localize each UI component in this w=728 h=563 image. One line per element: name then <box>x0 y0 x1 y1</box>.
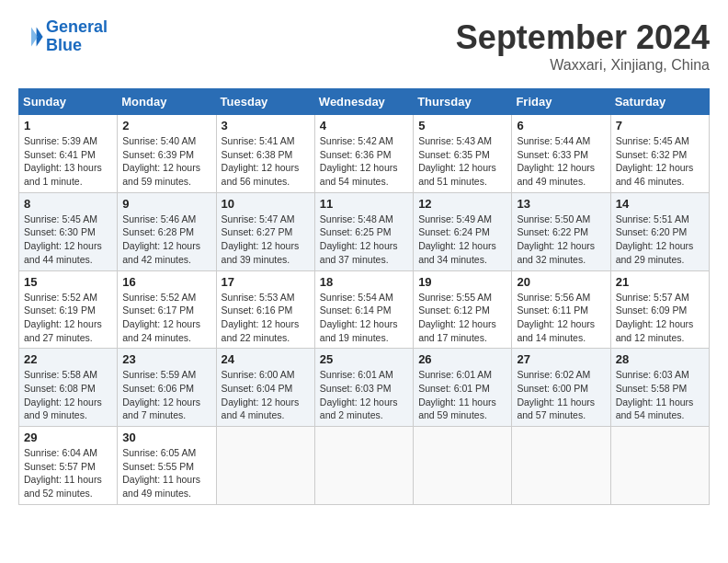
day-info: Sunrise: 5:56 AM Sunset: 6:11 PM Dayligh… <box>517 291 605 345</box>
calendar-cell <box>314 427 413 505</box>
day-info: Sunrise: 6:02 AM Sunset: 6:00 PM Dayligh… <box>517 368 605 422</box>
day-info: Sunrise: 5:59 AM Sunset: 6:06 PM Dayligh… <box>122 368 210 422</box>
calendar-cell <box>414 427 512 505</box>
day-info: Sunrise: 5:39 AM Sunset: 6:41 PM Dayligh… <box>24 134 112 189</box>
calendar-header-row: SundayMondayTuesdayWednesdayThursdayFrid… <box>19 89 710 115</box>
day-header-tuesday: Tuesday <box>216 89 314 115</box>
calendar-cell: 20Sunrise: 5:56 AM Sunset: 6:11 PM Dayli… <box>512 270 610 349</box>
calendar-cell: 26Sunrise: 6:01 AM Sunset: 6:01 PM Dayli… <box>414 349 512 427</box>
calendar-cell: 8Sunrise: 5:45 AM Sunset: 6:30 PM Daylig… <box>19 192 118 270</box>
day-number: 16 <box>122 275 210 289</box>
day-info: Sunrise: 6:01 AM Sunset: 6:03 PM Dayligh… <box>320 368 408 422</box>
calendar-cell: 12Sunrise: 5:49 AM Sunset: 6:24 PM Dayli… <box>414 192 512 270</box>
day-number: 20 <box>517 275 605 289</box>
calendar-cell: 25Sunrise: 6:01 AM Sunset: 6:03 PM Dayli… <box>314 349 413 427</box>
day-info: Sunrise: 5:43 AM Sunset: 6:35 PM Dayligh… <box>418 134 506 189</box>
day-number: 9 <box>122 197 210 211</box>
day-header-friday: Friday <box>512 89 610 115</box>
day-number: 28 <box>616 352 704 366</box>
calendar-cell: 4Sunrise: 5:42 AM Sunset: 6:36 PM Daylig… <box>314 115 413 193</box>
location-title: Waxxari, Xinjiang, China <box>456 57 710 74</box>
day-number: 23 <box>122 352 210 366</box>
calendar-cell: 11Sunrise: 5:48 AM Sunset: 6:25 PM Dayli… <box>314 192 413 270</box>
calendar-week-row: 8Sunrise: 5:45 AM Sunset: 6:30 PM Daylig… <box>19 192 710 270</box>
day-info: Sunrise: 6:03 AM Sunset: 5:58 PM Dayligh… <box>616 368 704 422</box>
day-info: Sunrise: 5:54 AM Sunset: 6:14 PM Dayligh… <box>320 291 408 345</box>
calendar-week-row: 1Sunrise: 5:39 AM Sunset: 6:41 PM Daylig… <box>19 115 710 193</box>
day-info: Sunrise: 5:45 AM Sunset: 6:30 PM Dayligh… <box>24 213 112 267</box>
calendar-cell: 24Sunrise: 6:00 AM Sunset: 6:04 PM Dayli… <box>216 349 314 427</box>
calendar-cell <box>610 427 709 505</box>
calendar-week-row: 29Sunrise: 6:04 AM Sunset: 5:57 PM Dayli… <box>19 427 710 505</box>
day-number: 6 <box>517 119 605 132</box>
calendar-cell: 13Sunrise: 5:50 AM Sunset: 6:22 PM Dayli… <box>512 192 610 270</box>
day-info: Sunrise: 5:52 AM Sunset: 6:19 PM Dayligh… <box>24 291 112 345</box>
day-info: Sunrise: 5:53 AM Sunset: 6:16 PM Dayligh… <box>222 291 310 345</box>
day-header-wednesday: Wednesday <box>314 89 413 115</box>
calendar-cell: 23Sunrise: 5:59 AM Sunset: 6:06 PM Dayli… <box>118 349 216 427</box>
day-number: 27 <box>517 352 605 366</box>
day-number: 29 <box>24 431 112 444</box>
calendar-cell: 15Sunrise: 5:52 AM Sunset: 6:19 PM Dayli… <box>19 270 118 349</box>
day-number: 30 <box>122 431 210 444</box>
calendar-cell: 18Sunrise: 5:54 AM Sunset: 6:14 PM Dayli… <box>314 270 413 349</box>
day-number: 3 <box>222 119 310 132</box>
day-info: Sunrise: 6:04 AM Sunset: 5:57 PM Dayligh… <box>24 446 112 500</box>
day-info: Sunrise: 5:50 AM Sunset: 6:22 PM Dayligh… <box>517 213 605 267</box>
calendar-cell: 6Sunrise: 5:44 AM Sunset: 6:33 PM Daylig… <box>512 115 610 193</box>
calendar-cell: 22Sunrise: 5:58 AM Sunset: 6:08 PM Dayli… <box>19 349 118 427</box>
day-info: Sunrise: 5:44 AM Sunset: 6:33 PM Dayligh… <box>517 134 605 189</box>
calendar-cell <box>216 427 314 505</box>
calendar-cell: 16Sunrise: 5:52 AM Sunset: 6:17 PM Dayli… <box>118 270 216 349</box>
day-info: Sunrise: 5:58 AM Sunset: 6:08 PM Dayligh… <box>24 368 112 422</box>
day-info: Sunrise: 6:01 AM Sunset: 6:01 PM Dayligh… <box>418 368 506 422</box>
title-block: September 2024 Waxxari, Xinjiang, China <box>456 18 710 74</box>
day-info: Sunrise: 5:52 AM Sunset: 6:17 PM Dayligh… <box>122 291 210 345</box>
logo: General Blue <box>18 18 108 55</box>
day-number: 13 <box>517 197 605 211</box>
day-header-saturday: Saturday <box>610 89 709 115</box>
calendar-cell: 14Sunrise: 5:51 AM Sunset: 6:20 PM Dayli… <box>610 192 709 270</box>
day-info: Sunrise: 5:41 AM Sunset: 6:38 PM Dayligh… <box>222 134 310 189</box>
day-info: Sunrise: 5:42 AM Sunset: 6:36 PM Dayligh… <box>320 134 408 189</box>
day-header-thursday: Thursday <box>414 89 512 115</box>
day-number: 8 <box>24 197 112 211</box>
day-number: 14 <box>616 197 704 211</box>
day-info: Sunrise: 6:05 AM Sunset: 5:55 PM Dayligh… <box>122 446 210 500</box>
day-number: 17 <box>222 275 310 289</box>
day-number: 12 <box>418 197 506 211</box>
day-info: Sunrise: 5:46 AM Sunset: 6:28 PM Dayligh… <box>122 213 210 267</box>
day-number: 21 <box>616 275 704 289</box>
day-info: Sunrise: 5:55 AM Sunset: 6:12 PM Dayligh… <box>418 291 506 345</box>
calendar-week-row: 22Sunrise: 5:58 AM Sunset: 6:08 PM Dayli… <box>19 349 710 427</box>
day-number: 2 <box>122 119 210 132</box>
calendar-cell: 17Sunrise: 5:53 AM Sunset: 6:16 PM Dayli… <box>216 270 314 349</box>
day-number: 25 <box>320 352 408 366</box>
day-number: 15 <box>24 275 112 289</box>
day-info: Sunrise: 5:49 AM Sunset: 6:24 PM Dayligh… <box>418 213 506 267</box>
day-number: 19 <box>418 275 506 289</box>
calendar-table: SundayMondayTuesdayWednesdayThursdayFrid… <box>18 88 710 505</box>
calendar-cell: 5Sunrise: 5:43 AM Sunset: 6:35 PM Daylig… <box>414 115 512 193</box>
day-header-monday: Monday <box>118 89 216 115</box>
day-number: 18 <box>320 275 408 289</box>
calendar-cell: 2Sunrise: 5:40 AM Sunset: 6:39 PM Daylig… <box>118 115 216 193</box>
day-info: Sunrise: 5:47 AM Sunset: 6:27 PM Dayligh… <box>222 213 310 267</box>
logo-icon <box>18 24 44 50</box>
logo-text: General Blue <box>46 18 108 55</box>
calendar-cell: 19Sunrise: 5:55 AM Sunset: 6:12 PM Dayli… <box>414 270 512 349</box>
calendar-cell: 1Sunrise: 5:39 AM Sunset: 6:41 PM Daylig… <box>19 115 118 193</box>
day-info: Sunrise: 6:00 AM Sunset: 6:04 PM Dayligh… <box>222 368 310 422</box>
calendar-week-row: 15Sunrise: 5:52 AM Sunset: 6:19 PM Dayli… <box>19 270 710 349</box>
calendar-cell: 21Sunrise: 5:57 AM Sunset: 6:09 PM Dayli… <box>610 270 709 349</box>
day-number: 1 <box>24 119 112 132</box>
day-number: 4 <box>320 119 408 132</box>
day-number: 7 <box>616 119 704 132</box>
day-number: 22 <box>24 352 112 366</box>
day-info: Sunrise: 5:48 AM Sunset: 6:25 PM Dayligh… <box>320 213 408 267</box>
calendar-cell: 3Sunrise: 5:41 AM Sunset: 6:38 PM Daylig… <box>216 115 314 193</box>
day-info: Sunrise: 5:57 AM Sunset: 6:09 PM Dayligh… <box>616 291 704 345</box>
logo-line1: General <box>46 17 108 36</box>
calendar-cell: 7Sunrise: 5:45 AM Sunset: 6:32 PM Daylig… <box>610 115 709 193</box>
calendar-cell: 9Sunrise: 5:46 AM Sunset: 6:28 PM Daylig… <box>118 192 216 270</box>
